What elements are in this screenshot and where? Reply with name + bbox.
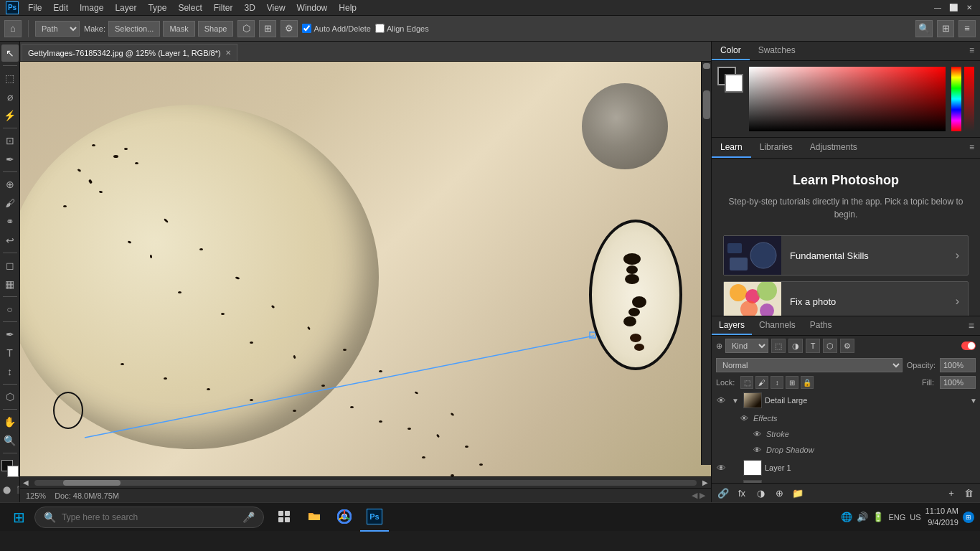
menu-window[interactable]: Window xyxy=(292,1,333,14)
layer-vis-effects[interactable]: 👁 xyxy=(738,414,750,423)
tool-hand[interactable]: ✋ xyxy=(1,413,19,430)
filter-adjust-icon[interactable]: ◑ xyxy=(788,339,803,353)
tab-layers[interactable]: Layers xyxy=(712,316,752,335)
layer-sub-item-drop-shadow[interactable]: 👁 Drop Shadow xyxy=(712,442,980,458)
layer-item-detail-large[interactable]: 👁 ▼ Detail Large ▼ xyxy=(712,390,980,410)
tool-history-brush[interactable]: ↩ xyxy=(1,232,19,249)
tab-paths[interactable]: Paths xyxy=(803,316,839,335)
vertical-scrollbar[interactable] xyxy=(701,62,711,465)
menu-edit[interactable]: Edit xyxy=(48,1,73,14)
lock-all-icon[interactable]: 🔒 xyxy=(801,376,814,389)
menu-filter[interactable]: Filter xyxy=(209,1,238,14)
path-operations-icon[interactable]: ⚙ xyxy=(281,20,298,37)
filter-smart-icon[interactable]: ⚙ xyxy=(840,339,854,353)
blend-mode-select[interactable]: Normal Multiply Screen Overlay xyxy=(716,358,903,372)
menu-help[interactable]: Help xyxy=(334,1,362,14)
tab-adjustments[interactable]: Adjustments xyxy=(801,138,866,158)
learn-card-fundamental[interactable]: Fundamental Skills › xyxy=(723,235,969,276)
filter-type-icon[interactable]: T xyxy=(806,339,820,353)
tool-gradient[interactable]: ▦ xyxy=(1,276,19,293)
learn-card-fixphoto[interactable]: Fix a photo › xyxy=(723,281,969,316)
auto-add-delete-checkbox[interactable] xyxy=(302,24,311,33)
hue-strip[interactable] xyxy=(951,67,961,131)
layer-expand-detail-large[interactable]: ▼ xyxy=(730,397,740,405)
microphone-icon[interactable]: 🎤 xyxy=(242,512,255,523)
canvas-viewport[interactable] xyxy=(20,62,711,476)
taskbar-search-input[interactable] xyxy=(62,512,237,522)
shape-button[interactable]: Shape xyxy=(198,21,234,37)
layer-visibility-layer1[interactable]: 👁 xyxy=(715,463,727,474)
menu-view[interactable]: View xyxy=(262,1,291,14)
scroll-right-arrow[interactable]: ▶ xyxy=(699,477,711,489)
opacity-strip[interactable] xyxy=(964,67,974,131)
doc-tab-0[interactable]: GettyImages-76185342.jpg @ 125% (Layer 1… xyxy=(22,44,237,61)
layer-effects-icon[interactable]: fx xyxy=(735,486,749,500)
minimize-button[interactable]: — xyxy=(933,3,943,13)
tool-move[interactable]: ↖ xyxy=(1,44,19,62)
battery-icon[interactable]: 🔋 xyxy=(872,512,884,522)
geometry-settings-icon[interactable]: ⬡ xyxy=(237,20,255,37)
tool-clone[interactable]: ⚭ xyxy=(1,213,19,230)
link-layers-icon[interactable]: 🔗 xyxy=(716,486,730,500)
mask-button[interactable]: Mask xyxy=(163,21,194,37)
filter-pixel-icon[interactable]: ⬚ xyxy=(771,339,786,353)
tool-text[interactable]: T xyxy=(1,344,19,362)
tab-channels[interactable]: Channels xyxy=(752,316,803,335)
more-options-icon[interactable]: ≡ xyxy=(958,20,976,37)
notification-icon[interactable]: ⊞ xyxy=(963,512,974,523)
layer-item-layer1[interactable]: 👁 Layer 1 xyxy=(712,458,980,478)
adjustment-layer-icon[interactable]: ⊕ xyxy=(772,486,786,500)
workspace-icon[interactable]: ⊞ xyxy=(937,20,954,37)
tool-lasso[interactable]: ⌀ xyxy=(1,88,19,105)
fill-input[interactable] xyxy=(940,376,976,389)
doc-tab-close[interactable]: ✕ xyxy=(225,49,231,57)
path-type-select[interactable]: Path Shape Pixels xyxy=(35,21,80,37)
tool-path-select[interactable]: ↕ xyxy=(1,363,19,380)
menu-file[interactable]: File xyxy=(23,1,47,14)
lock-paint-icon[interactable]: 🖌 xyxy=(755,376,768,389)
layer-vis-stroke[interactable]: 👁 xyxy=(750,430,763,438)
maximize-button[interactable]: ⬜ xyxy=(948,3,958,13)
tool-eyedropper[interactable]: ✒ xyxy=(1,151,19,168)
align-icon[interactable]: ⊞ xyxy=(259,20,276,37)
menu-image[interactable]: Image xyxy=(75,1,108,14)
home-button[interactable]: ⌂ xyxy=(4,20,22,37)
new-layer-icon[interactable]: + xyxy=(944,486,958,500)
layer-filter-select[interactable]: Kind Name Effect xyxy=(725,339,768,353)
volume-icon[interactable]: 🔊 xyxy=(857,512,868,522)
lock-transparent-icon[interactable]: ⬚ xyxy=(740,376,753,389)
scroll-thumb[interactable] xyxy=(63,480,121,486)
network-icon[interactable]: 🌐 xyxy=(841,512,852,522)
filter-toggle[interactable] xyxy=(961,342,976,350)
layer-visibility-detail-large[interactable]: 👁 xyxy=(715,395,727,406)
filter-vector-icon[interactable]: ⬡ xyxy=(823,339,837,353)
search-icon[interactable]: 🔍 xyxy=(915,20,933,37)
menu-type[interactable]: Type xyxy=(143,1,171,14)
scroll-left-arrow[interactable]: ◀ xyxy=(20,477,32,489)
tab-color[interactable]: Color xyxy=(712,42,750,60)
layer-item-group1[interactable]: 👁 ▶ 📁 Group 1 xyxy=(712,478,980,483)
menu-layer[interactable]: Layer xyxy=(110,1,141,14)
align-edges-checkbox[interactable] xyxy=(375,24,385,33)
tool-heal[interactable]: ⊕ xyxy=(1,176,19,193)
background-swatch[interactable] xyxy=(725,74,743,93)
taskbar-task-view[interactable] xyxy=(270,503,298,532)
tool-shape[interactable]: ⬡ xyxy=(1,388,19,405)
layer-mask-icon[interactable]: ◑ xyxy=(753,486,768,500)
group-layers-icon[interactable]: 📁 xyxy=(791,486,805,500)
tool-zoom[interactable]: 🔍 xyxy=(1,432,19,449)
color-panel-menu[interactable]: ≡ xyxy=(963,42,980,60)
opacity-input[interactable] xyxy=(940,358,976,372)
tool-brush[interactable]: 🖌 xyxy=(1,194,19,212)
tab-swatches[interactable]: Swatches xyxy=(750,42,804,60)
fg-bg-colors[interactable] xyxy=(1,460,19,477)
layer-vis-drop-shadow[interactable]: 👁 xyxy=(750,446,763,454)
tool-marquee[interactable]: ⬚ xyxy=(1,70,19,87)
tool-pen[interactable]: ✒ xyxy=(1,326,19,343)
learn-panel-menu[interactable]: ≡ xyxy=(963,138,980,158)
layers-panel-menu[interactable]: ≡ xyxy=(963,316,980,335)
horizontal-scrollbar[interactable]: ◀ ▶ xyxy=(20,476,711,488)
start-button[interactable]: ⊞ xyxy=(6,504,32,530)
lock-artboard-icon[interactable]: ⊞ xyxy=(786,376,798,389)
tool-crop[interactable]: ⊡ xyxy=(1,132,19,149)
